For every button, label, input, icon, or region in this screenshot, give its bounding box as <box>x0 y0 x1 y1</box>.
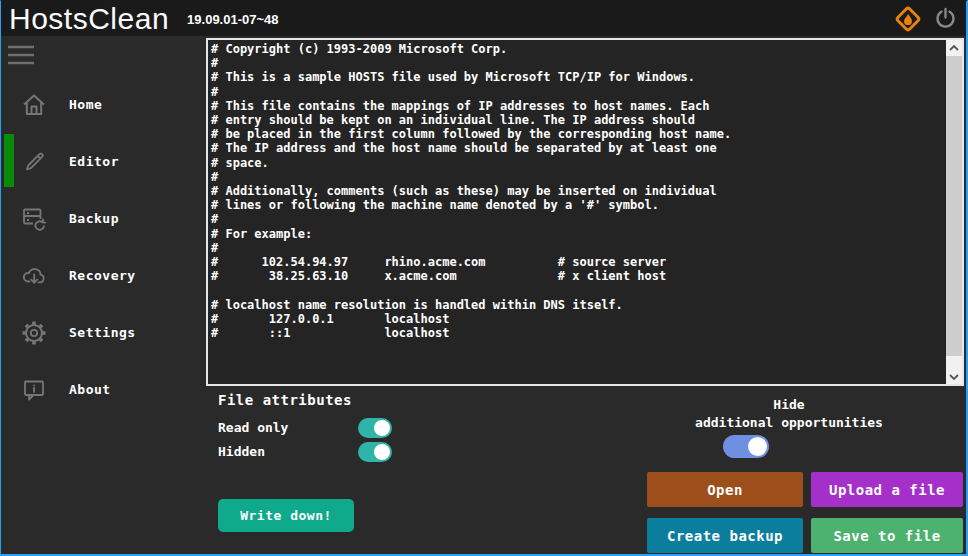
sidebar-item-backup[interactable]: Backup <box>2 190 206 247</box>
toggle-knob <box>748 437 767 456</box>
save-to-file-button[interactable]: Save to file <box>811 518 963 553</box>
sidebar-item-label: About <box>69 382 111 397</box>
hidden-toggle[interactable] <box>358 442 392 462</box>
hamburger-menu-icon[interactable] <box>8 45 34 65</box>
upload-file-button[interactable]: Upload a file <box>811 472 963 507</box>
hide-additional-opportunities-label: Hide additional opportunities <box>621 396 957 432</box>
sidebar-nav: Home Editor <box>2 76 206 418</box>
hostsclean-window: HostsClean 19.09.01-07~48 <box>0 0 968 556</box>
pencil-icon <box>18 148 50 176</box>
backup-icon <box>18 205 50 233</box>
editor-scrollbar[interactable] <box>946 40 962 384</box>
sidebar-item-settings[interactable]: Settings <box>2 304 206 361</box>
flame-logo-icon <box>893 4 923 34</box>
sidebar-item-recovery[interactable]: Recovery <box>2 247 206 304</box>
scrollbar-down-arrow-icon[interactable] <box>946 369 962 384</box>
sidebar-item-editor[interactable]: Editor <box>2 133 206 190</box>
titlebar: HostsClean 19.09.01-07~48 <box>1 1 966 36</box>
sidebar-item-label: Backup <box>69 211 119 226</box>
open-button[interactable]: Open <box>647 472 803 507</box>
hidden-label: Hidden <box>218 444 265 459</box>
create-backup-button[interactable]: Create backup <box>647 518 803 553</box>
hosts-file-content[interactable]: # Copyright (c) 1993-2009 Microsoft Corp… <box>208 40 933 380</box>
sidebar-item-label: Recovery <box>69 268 136 283</box>
app-title: HostsClean <box>9 1 169 36</box>
info-bubble-icon <box>18 376 50 404</box>
read-only-toggle[interactable] <box>358 418 392 438</box>
toggle-knob <box>374 420 390 436</box>
gear-icon <box>18 319 50 347</box>
sidebar-item-label: Home <box>69 97 102 112</box>
write-down-button[interactable]: Write down! <box>218 499 354 532</box>
hide-label-line1: Hide <box>773 397 804 412</box>
sidebar-item-label: Editor <box>69 154 119 169</box>
home-icon <box>18 91 50 119</box>
toggle-knob <box>374 444 390 460</box>
hide-additional-opportunities-toggle[interactable] <box>723 435 769 458</box>
version-label: 19.09.01-07~48 <box>187 12 278 27</box>
hide-label-line2: additional opportunities <box>695 415 883 430</box>
power-icon[interactable] <box>933 6 958 31</box>
hosts-editor-panel: # Copyright (c) 1993-2009 Microsoft Corp… <box>206 38 964 386</box>
sidebar-item-about[interactable]: About <box>2 361 206 418</box>
scrollbar-thumb[interactable] <box>946 56 962 356</box>
sidebar-item-home[interactable]: Home <box>2 76 206 133</box>
sidebar-item-label: Settings <box>69 325 136 340</box>
read-only-label: Read only <box>218 420 288 435</box>
scrollbar-up-arrow-icon[interactable] <box>946 40 962 55</box>
file-attributes-heading: File attributes <box>218 392 352 408</box>
sidebar: Home Editor <box>2 36 206 554</box>
cloud-download-icon <box>18 262 50 290</box>
